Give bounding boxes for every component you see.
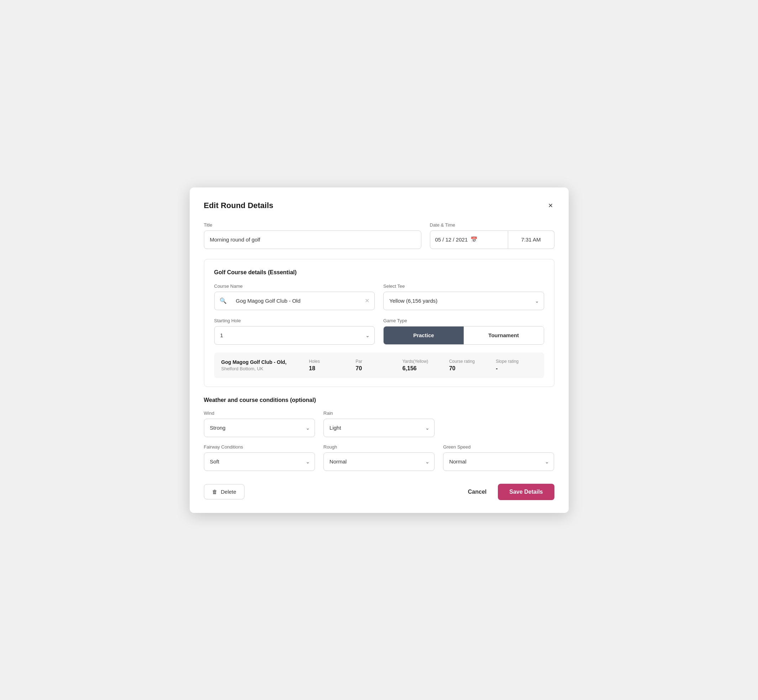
game-type-label: Game Type: [383, 318, 544, 323]
course-name-main: Gog Magog Golf Club - Old,: [221, 359, 304, 365]
holes-stat: Holes 18: [303, 359, 350, 372]
save-button[interactable]: Save Details: [498, 484, 554, 500]
search-icon: 🔍: [219, 297, 227, 304]
datetime-field-group: Date & Time 05 / 12 / 2021 📅 7:31 AM: [430, 222, 554, 249]
delete-label: Delete: [221, 489, 236, 495]
practice-button[interactable]: Practice: [384, 327, 464, 344]
course-name-input[interactable]: [230, 292, 362, 310]
clear-icon[interactable]: ✕: [365, 297, 370, 304]
starting-hole-field-group: Starting Hole 1 2 3 ⌄: [214, 318, 375, 345]
starting-hole-dropdown[interactable]: 1 2 3: [214, 326, 375, 345]
starting-hole-label: Starting Hole: [214, 318, 375, 323]
delete-button[interactable]: 🗑 Delete: [204, 484, 244, 499]
footer-row: 🗑 Delete Cancel Save Details: [204, 478, 554, 500]
game-type-toggle: Practice Tournament: [383, 326, 544, 345]
fairway-rough-green-row: Fairway Conditions Soft Normal Hard ⌄ Ro…: [204, 444, 554, 471]
wind-select-wrapper: None Light Moderate Strong ⌄: [204, 419, 315, 437]
wind-dropdown[interactable]: None Light Moderate Strong: [204, 419, 315, 437]
course-info-row: Gog Magog Golf Club - Old, Shelford Bott…: [214, 353, 544, 378]
course-name-field-group: Course Name 🔍 ✕: [214, 283, 375, 310]
datetime-label: Date & Time: [430, 222, 554, 228]
rough-select-wrapper: Soft Normal Hard ⌄: [324, 452, 434, 471]
par-stat: Par 70: [350, 359, 396, 372]
weather-section-title: Weather and course conditions (optional): [204, 397, 554, 403]
close-button[interactable]: ×: [547, 200, 554, 211]
footer-right: Cancel Save Details: [465, 484, 554, 500]
title-input[interactable]: [204, 230, 421, 249]
par-label: Par: [356, 359, 362, 364]
course-name-label: Course Name: [214, 283, 375, 289]
modal-title: Edit Round Details: [204, 201, 274, 210]
yards-label: Yards(Yellow): [402, 359, 429, 364]
slope-rating-stat: Slope rating -: [490, 359, 537, 372]
wind-rain-row: Wind None Light Moderate Strong ⌄ Rain N…: [204, 411, 554, 437]
wind-field-group: Wind None Light Moderate Strong ⌄: [204, 411, 315, 437]
trash-icon: 🗑: [212, 489, 218, 495]
green-speed-select-wrapper: Slow Normal Fast ⌄: [443, 452, 554, 471]
course-rating-stat: Course rating 70: [443, 359, 490, 372]
cancel-button[interactable]: Cancel: [465, 484, 489, 499]
weather-section: Weather and course conditions (optional)…: [204, 397, 554, 471]
top-fields: Title Date & Time 05 / 12 / 2021 📅 7:31 …: [204, 222, 554, 249]
date-value: 05 / 12 / 2021: [435, 236, 468, 242]
rain-select-wrapper: None Light Moderate Heavy ⌄: [324, 419, 434, 437]
date-time-row: 05 / 12 / 2021 📅 7:31 AM: [430, 230, 554, 249]
rough-label: Rough: [324, 444, 434, 450]
holes-value: 18: [309, 365, 315, 372]
rain-dropdown[interactable]: None Light Moderate Heavy: [324, 419, 434, 437]
rain-label: Rain: [324, 411, 434, 416]
select-tee-wrapper: Yellow (6,156 yards) White (6,500 yards)…: [383, 292, 544, 310]
game-type-field-group: Game Type Practice Tournament: [383, 318, 544, 345]
slope-rating-value: -: [496, 365, 498, 372]
wind-label: Wind: [204, 411, 315, 416]
green-speed-dropdown[interactable]: Slow Normal Fast: [443, 452, 554, 471]
tournament-button[interactable]: Tournament: [464, 327, 544, 344]
course-rating-value: 70: [449, 365, 456, 372]
golf-course-section: Golf Course details (Essential) Course N…: [204, 259, 554, 387]
date-input-wrapper[interactable]: 05 / 12 / 2021 📅: [430, 230, 508, 249]
course-location: Shelford Bottom, UK: [221, 366, 304, 371]
calendar-icon: 📅: [470, 236, 478, 243]
modal-header: Edit Round Details ×: [204, 200, 554, 211]
title-field-group: Title: [204, 222, 421, 249]
edit-round-modal: Edit Round Details × Title Date & Time 0…: [190, 188, 568, 513]
yards-value: 6,156: [402, 365, 417, 372]
green-speed-label: Green Speed: [443, 444, 554, 450]
fairway-field-group: Fairway Conditions Soft Normal Hard ⌄: [204, 444, 315, 471]
rain-field-group: Rain None Light Moderate Heavy ⌄: [324, 411, 434, 437]
course-tee-row: Course Name 🔍 ✕ Select Tee Yellow (6,156…: [214, 283, 544, 310]
slope-rating-label: Slope rating: [496, 359, 518, 364]
yards-stat: Yards(Yellow) 6,156: [397, 359, 443, 372]
title-label: Title: [204, 222, 421, 228]
course-rating-label: Course rating: [449, 359, 475, 364]
time-input-wrapper[interactable]: 7:31 AM: [508, 230, 554, 249]
fairway-dropdown[interactable]: Soft Normal Hard: [204, 452, 315, 471]
course-name-search-wrapper[interactable]: 🔍 ✕: [214, 292, 375, 310]
select-tee-dropdown[interactable]: Yellow (6,156 yards) White (6,500 yards)…: [383, 292, 544, 310]
golf-section-title: Golf Course details (Essential): [214, 269, 544, 276]
par-value: 70: [356, 365, 362, 372]
time-value: 7:31 AM: [521, 236, 540, 242]
select-tee-label: Select Tee: [383, 283, 544, 289]
holes-label: Holes: [309, 359, 320, 364]
rough-dropdown[interactable]: Soft Normal Hard: [324, 452, 434, 471]
select-tee-field-group: Select Tee Yellow (6,156 yards) White (6…: [383, 283, 544, 310]
green-speed-field-group: Green Speed Slow Normal Fast ⌄: [443, 444, 554, 471]
fairway-select-wrapper: Soft Normal Hard ⌄: [204, 452, 315, 471]
rough-field-group: Rough Soft Normal Hard ⌄: [324, 444, 434, 471]
fairway-label: Fairway Conditions: [204, 444, 315, 450]
hole-gametype-row: Starting Hole 1 2 3 ⌄ Game Type Practice…: [214, 318, 544, 345]
course-name-block: Gog Magog Golf Club - Old, Shelford Bott…: [221, 359, 304, 371]
starting-hole-wrapper: 1 2 3 ⌄: [214, 326, 375, 345]
